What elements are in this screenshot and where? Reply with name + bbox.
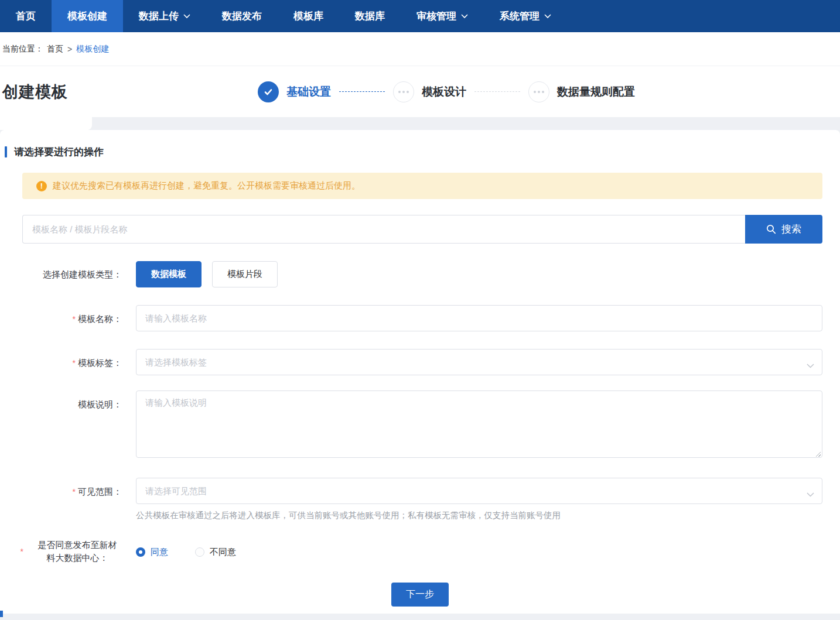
template-desc-label: 模板说明： <box>0 391 122 411</box>
template-name-input[interactable] <box>136 305 822 331</box>
step-check-icon <box>258 81 279 102</box>
search-icon <box>766 224 776 234</box>
template-name-label: * 模板名称： <box>0 305 122 326</box>
radio-label: 不同意 <box>210 547 236 558</box>
step-label: 基础设置 <box>286 84 331 100</box>
search-button[interactable]: 搜索 <box>745 215 822 244</box>
page-title: 创建模板 <box>2 81 68 102</box>
step-template-design[interactable]: 模板设计 <box>393 81 466 102</box>
page: 首页 模板创建 数据上传 数据发布 模板库 数据库 审核管理 系统管理 <box>0 0 840 620</box>
radio-checked-icon <box>136 547 145 557</box>
type-option-template-fragment[interactable]: 模板片段 <box>212 261 278 287</box>
nav-item-label: 模板库 <box>293 9 323 23</box>
step-data-rules-config[interactable]: 数据量规则配置 <box>528 81 635 102</box>
publish-consent-options: 同意 不同意 <box>136 546 236 558</box>
nav-item-system-management[interactable]: 系统管理 <box>484 0 567 32</box>
step-pending-icon <box>393 81 414 102</box>
next-step-button[interactable]: 下一步 <box>391 583 449 607</box>
title-tab-notch <box>0 117 92 130</box>
bottom-gray-band <box>0 614 840 620</box>
section-header: 请选择要进行的操作 <box>5 130 840 159</box>
section-title: 请选择要进行的操作 <box>14 145 104 159</box>
required-asterisk: * <box>21 545 23 558</box>
stepper: 基础设置 模板设计 数据量规则配置 <box>258 66 635 117</box>
chevron-down-icon <box>544 14 551 19</box>
nav-item-database[interactable]: 数据库 <box>339 0 401 32</box>
step-label: 模板设计 <box>422 84 466 100</box>
search-button-label: 搜索 <box>781 222 801 236</box>
chevron-down-icon <box>461 14 468 19</box>
visibility-hint: 公共模板在审核通过之后将进入模板库，可供当前账号或其他账号使用；私有模板无需审核… <box>136 509 822 521</box>
radio-label: 同意 <box>151 547 168 558</box>
publish-consent-row: * 是否同意发布至新材 料大数据中心： 同意 不同意 <box>0 539 822 564</box>
nav-item-label: 数据库 <box>355 9 385 23</box>
next-section-accent-bar <box>0 611 3 617</box>
template-tag-row: * 模板标签： <box>0 349 822 375</box>
visibility-row: * 可见范围： 公共模板在审核通过之后将进入模板库，可供当前账号或其他账号使用；… <box>0 478 822 521</box>
visibility-label: * 可见范围： <box>0 478 122 498</box>
breadcrumb-current-link[interactable]: 模板创建 <box>76 44 109 54</box>
nav-item-template-create[interactable]: 模板创建 <box>52 0 123 32</box>
nav-item-label: 模板创建 <box>67 9 107 23</box>
nav-item-data-publish[interactable]: 数据发布 <box>206 0 278 32</box>
visibility-select[interactable] <box>136 478 822 504</box>
required-asterisk: * <box>73 485 76 498</box>
warning-icon: ! <box>36 181 47 191</box>
nav-item-data-upload[interactable]: 数据上传 <box>123 0 206 32</box>
content-card: 请选择要进行的操作 ! 建议优先搜索已有模板再进行创建，避免重复。公开模板需要审… <box>0 130 840 618</box>
step-connector <box>474 91 520 92</box>
template-desc-row: 模板说明： <box>0 391 822 460</box>
warning-banner: ! 建议优先搜索已有模板再进行创建，避免重复。公开模板需要审核通过后使用。 <box>22 173 822 199</box>
template-type-label: 选择创建模板类型： <box>0 268 122 281</box>
type-option-data-template[interactable]: 数据模板 <box>136 261 202 287</box>
template-tag-label: * 模板标签： <box>0 349 122 369</box>
nav-item-label: 首页 <box>16 9 36 23</box>
breadcrumb-separator: > <box>67 44 72 54</box>
radio-disagree[interactable]: 不同意 <box>195 547 236 558</box>
step-basic-settings[interactable]: 基础设置 <box>258 81 331 102</box>
step-connector <box>339 91 385 92</box>
nav-item-review-management[interactable]: 审核管理 <box>401 0 484 32</box>
nav-item-template-library[interactable]: 模板库 <box>278 0 339 32</box>
radio-agree[interactable]: 同意 <box>136 547 168 558</box>
warning-text: 建议优先搜索已有模板再进行创建，避免重复。公开模板需要审核通过后使用。 <box>53 180 360 191</box>
nav-item-label: 数据上传 <box>139 9 179 23</box>
nav-item-label: 审核管理 <box>416 9 456 23</box>
required-asterisk: * <box>73 357 76 369</box>
top-navigation: 首页 模板创建 数据上传 数据发布 模板库 数据库 审核管理 系统管理 <box>0 0 840 32</box>
search-input[interactable] <box>22 215 745 244</box>
page-header: 创建模板 基础设置 模板设计 数据量规则配置 <box>0 66 840 117</box>
breadcrumb-prefix: 当前位置： <box>2 44 43 54</box>
required-asterisk: * <box>73 313 76 326</box>
search-row: 搜索 <box>22 215 822 244</box>
step-pending-icon <box>528 81 549 102</box>
step-label: 数据量规则配置 <box>557 84 635 100</box>
header-card-gap <box>0 117 840 130</box>
template-type-options: 数据模板 模板片段 <box>136 261 278 287</box>
template-desc-textarea[interactable] <box>136 391 822 458</box>
actions-row: 下一步 <box>0 583 840 607</box>
nav-item-label: 系统管理 <box>500 9 539 23</box>
nav-item-home[interactable]: 首页 <box>0 0 52 32</box>
template-name-row: * 模板名称： <box>0 305 822 331</box>
radio-unchecked-icon <box>195 547 204 557</box>
breadcrumb: 当前位置： 首页 > 模板创建 <box>0 32 840 66</box>
nav-item-label: 数据发布 <box>222 9 262 23</box>
section-accent-bar <box>5 146 7 157</box>
template-tag-select[interactable] <box>136 349 822 375</box>
template-type-row: 选择创建模板类型： 数据模板 模板片段 <box>0 261 822 287</box>
publish-consent-label: * 是否同意发布至新材 料大数据中心： <box>0 539 122 564</box>
chevron-down-icon <box>183 14 190 19</box>
breadcrumb-home-link[interactable]: 首页 <box>47 44 63 54</box>
